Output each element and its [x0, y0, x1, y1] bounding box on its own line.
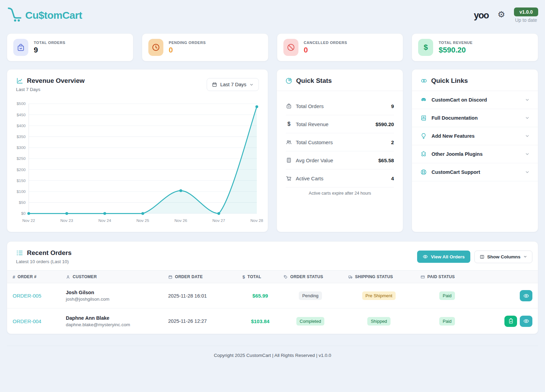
paid-status-badge: Paid [439, 317, 455, 326]
bag-icon [13, 39, 28, 56]
svg-text:Nov 25: Nov 25 [136, 218, 149, 223]
quick-link-label: CustomCart Support [431, 169, 520, 175]
stat-label: PENDING ORDERS [169, 41, 206, 45]
order-status-badge: Pending [299, 291, 322, 300]
order-number-link[interactable]: ORDER-004 [13, 318, 41, 324]
panel-title: Quick Stats [296, 77, 332, 85]
quick-stat-label: Avg Order Value [296, 157, 333, 163]
chevron-down-icon [525, 97, 530, 102]
orders-table-header: #ORDER # CUSTOMER ORDER DATE $TOTAL ORDE… [7, 270, 538, 283]
svg-text:$250: $250 [17, 156, 26, 161]
section-subtitle: Latest 10 orders (Last 10) [16, 259, 72, 264]
svg-text:$300: $300 [17, 145, 26, 150]
quick-stat-value: $65.58 [378, 157, 394, 163]
clock-icon [148, 39, 163, 56]
button-label: Show Columns [487, 254, 521, 259]
shipping-status-badge: Pre Shipment [362, 291, 396, 300]
chevron-down-icon [525, 170, 530, 175]
quick-links-header: Quick Links [412, 70, 538, 91]
eye-icon [423, 254, 428, 259]
main-grid: Revenue Overview Last 7 Days Last 7 Days… [7, 69, 538, 232]
invoice-button[interactable] [504, 316, 517, 327]
show-columns-dropdown[interactable]: Show Columns [474, 251, 533, 263]
date-range-dropdown[interactable]: Last 7 Days [207, 78, 259, 91]
footer-copyright: Copyright 2025 CustomCart | All Rights R… [7, 346, 538, 365]
pie-chart-icon [285, 77, 293, 85]
order-date: 2025-11-26 12:27 [163, 318, 237, 324]
recent-orders-title-row: Recent Orders [16, 249, 72, 257]
quick-stat-row: Total Customers 2 [286, 133, 394, 151]
stat-card-pending-orders: PENDING ORDERS 0 [142, 33, 268, 61]
card-subtitle: Last 7 Days [16, 87, 85, 92]
customer-name: Daphne Ann Blake [66, 315, 163, 321]
quick-link-label: Other Joomla Plugins [431, 151, 520, 157]
stat-card-cancelled-orders: CANCELLED ORDERS 0 [277, 33, 403, 61]
customer-email: josh@joshgilson.com [66, 297, 163, 302]
col-total: $TOTAL [237, 274, 278, 280]
stat-card-total-revenue: $ TOTAL REVENUE $590.20 [412, 33, 538, 61]
customcart-logo[interactable]: Cu$tomCart [7, 5, 82, 24]
quick-link-joomla-plugins[interactable]: Other Joomla Plugins [412, 145, 538, 163]
view-order-button[interactable] [520, 316, 532, 327]
stat-label: TOTAL REVENUE [439, 41, 472, 45]
quick-stat-row: $ Total Revenue $590.20 [286, 115, 394, 133]
chevron-down-icon [249, 82, 254, 87]
line-chart-icon [16, 77, 24, 85]
quick-stats-header: Quick Stats [277, 70, 403, 91]
chevron-down-icon [525, 134, 530, 138]
credit-card-icon [421, 275, 425, 279]
svg-text:$100: $100 [17, 189, 26, 194]
quick-stat-label: Total Orders [296, 103, 324, 109]
person-icon [66, 275, 70, 279]
yoo-vendor-logo[interactable]: yoo [474, 10, 489, 21]
settings-gear-icon[interactable]: ⚙ [498, 10, 505, 19]
quick-stat-value: 9 [391, 103, 394, 109]
quick-link-discord[interactable]: CustomCart on Discord [412, 91, 538, 109]
calculator-icon [286, 157, 292, 163]
svg-text:$500: $500 [17, 101, 26, 106]
recent-orders-card: Recent Orders Latest 10 orders (Last 10)… [7, 241, 538, 334]
svg-text:$400: $400 [17, 123, 26, 128]
svg-text:Nov 23: Nov 23 [60, 218, 73, 223]
clipboard-check-icon [508, 318, 514, 324]
version-status: Up to date [515, 17, 537, 23]
quick-link-documentation[interactable]: Full Documentation [412, 109, 538, 127]
svg-text:$200: $200 [17, 167, 26, 172]
cart-logo-icon [7, 5, 25, 24]
order-total: $65.99 [252, 293, 268, 299]
view-all-orders-button[interactable]: View All Orders [417, 251, 470, 263]
stat-value: $590.20 [439, 46, 472, 55]
shipping-status-badge: Shipped [367, 317, 391, 326]
dollar-icon: $ [242, 274, 245, 280]
quick-link-new-features[interactable]: Add New Features [412, 127, 538, 145]
quick-stat-row: Avg Order Value $65.58 [286, 151, 394, 169]
quick-link-support[interactable]: CustomCart Support [412, 163, 538, 181]
stat-card-total-orders: TOTAL ORDERS 9 [7, 33, 133, 61]
bag-icon [286, 103, 292, 109]
order-row: ORDER-004 Daphne Ann Blake daphne.blake@… [7, 308, 538, 334]
version-info: v1.0.0 Up to date [514, 7, 538, 23]
order-number-link[interactable]: ORDER-005 [13, 293, 41, 299]
hash-icon: # [13, 274, 15, 280]
col-order-number: #ORDER # [7, 274, 60, 280]
quick-stat-row: Total Orders 9 [286, 97, 394, 115]
eye-icon [523, 318, 529, 324]
order-total: $103.84 [251, 318, 269, 324]
tag-icon [283, 275, 288, 279]
topbar-right: yoo ⚙ v1.0.0 Up to date [474, 7, 538, 23]
cart-icon [286, 175, 292, 181]
svg-text:$50: $50 [19, 200, 26, 205]
view-order-button[interactable] [520, 290, 532, 301]
top-bar: Cu$tomCart yoo ⚙ v1.0.0 Up to date [7, 5, 538, 31]
eye-icon [523, 293, 529, 299]
svg-text:$0: $0 [21, 211, 26, 215]
col-shipping-status: SHIPPING STATUS [343, 274, 415, 279]
order-row: ORDER-005 Josh Gilson josh@joshgilson.co… [7, 283, 538, 308]
col-order-status: ORDER STATUS [278, 274, 343, 279]
quick-stat-row: Active Carts 4 [286, 169, 394, 187]
quick-stat-label: Active Carts [296, 176, 323, 181]
truck-icon [348, 275, 353, 279]
order-status-badge: Completed [296, 317, 325, 326]
quick-stat-value: $590.20 [375, 121, 394, 127]
dollar-icon: $ [418, 39, 433, 56]
